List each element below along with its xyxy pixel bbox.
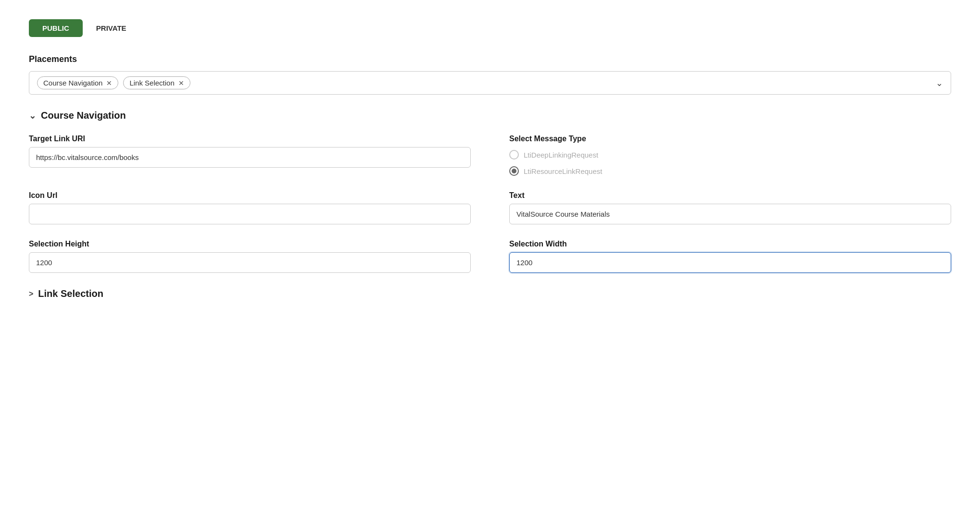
course-navigation-title: Course Navigation	[41, 110, 126, 121]
selection-height-input[interactable]	[29, 252, 471, 273]
course-navigation-chevron: ⌄	[29, 111, 36, 121]
course-navigation-section: ⌄ Course Navigation Target Link URI Sele…	[29, 110, 951, 273]
tag-course-navigation-label: Course Navigation	[43, 79, 102, 87]
radio-deep-linking-label: LtiDeepLinkingRequest	[524, 151, 598, 159]
tag-link-selection[interactable]: Link Selection ✕	[123, 76, 190, 89]
tab-group: PUBLIC PRIVATE	[29, 19, 951, 37]
select-message-type-label: Select Message Type	[509, 135, 951, 143]
text-label: Text	[509, 191, 951, 200]
link-selection-title: Link Selection	[38, 288, 103, 299]
tag-course-navigation-close[interactable]: ✕	[106, 80, 112, 86]
tab-private[interactable]: PRIVATE	[83, 19, 140, 37]
course-navigation-header[interactable]: ⌄ Course Navigation	[29, 110, 951, 121]
tag-link-selection-label: Link Selection	[129, 79, 174, 87]
text-field: Text	[509, 191, 951, 224]
selection-width-label: Selection Width	[509, 240, 951, 248]
select-message-type-field: Select Message Type LtiDeepLinkingReques…	[509, 135, 951, 176]
placements-section: Placements Course Navigation ✕ Link Sele…	[29, 54, 951, 95]
selection-width-input[interactable]	[509, 252, 951, 273]
selection-height-field: Selection Height	[29, 240, 471, 273]
target-link-uri-input[interactable]	[29, 147, 471, 168]
message-type-radio-group: LtiDeepLinkingRequest LtiResourceLinkReq…	[509, 150, 951, 176]
selection-height-label: Selection Height	[29, 240, 471, 248]
text-input[interactable]	[509, 204, 951, 224]
radio-resource-link-label: LtiResourceLinkRequest	[524, 167, 602, 175]
radio-lti-deep-linking[interactable]: LtiDeepLinkingRequest	[509, 150, 951, 160]
placements-label: Placements	[29, 54, 951, 64]
link-selection-chevron: >	[29, 290, 33, 298]
link-selection-header[interactable]: > Link Selection	[29, 288, 951, 299]
tag-link-selection-close[interactable]: ✕	[178, 80, 184, 86]
radio-deep-linking-circle[interactable]	[509, 150, 519, 160]
icon-url-label: Icon Url	[29, 191, 471, 200]
placements-dropdown[interactable]: Course Navigation ✕ Link Selection ✕ ⌄	[29, 71, 951, 95]
tag-course-navigation[interactable]: Course Navigation ✕	[37, 76, 118, 89]
selection-width-field: Selection Width	[509, 240, 951, 273]
target-link-uri-field: Target Link URI	[29, 135, 471, 176]
icon-url-field: Icon Url	[29, 191, 471, 224]
radio-resource-link-circle[interactable]	[509, 166, 519, 176]
course-navigation-form: Target Link URI Select Message Type LtiD…	[29, 135, 951, 273]
icon-url-input[interactable]	[29, 204, 471, 224]
target-link-uri-label: Target Link URI	[29, 135, 471, 143]
radio-lti-resource-link[interactable]: LtiResourceLinkRequest	[509, 166, 951, 176]
placements-dropdown-arrow[interactable]: ⌄	[936, 78, 943, 88]
tab-public[interactable]: PUBLIC	[29, 19, 83, 37]
